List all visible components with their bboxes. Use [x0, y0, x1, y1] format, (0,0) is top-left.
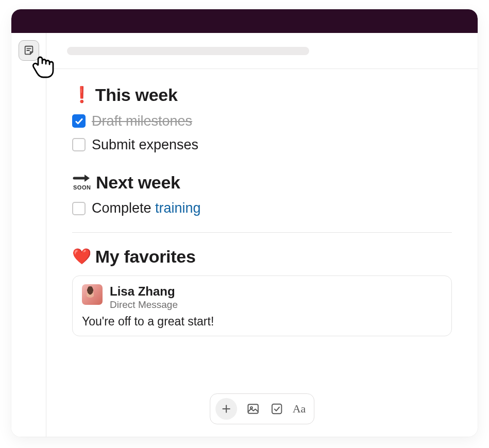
- avatar: [82, 284, 103, 305]
- plus-icon: [221, 404, 231, 414]
- task-checkbox[interactable]: [72, 202, 86, 215]
- canvas-note-button[interactable]: [19, 40, 39, 61]
- training-link[interactable]: training: [155, 200, 201, 216]
- image-button[interactable]: [245, 401, 261, 417]
- task-checkbox[interactable]: [72, 138, 86, 151]
- content-pane: ❗ This week Draft milestones Submit expe…: [46, 33, 478, 437]
- svg-rect-6: [248, 404, 258, 413]
- editor-toolbar: Aa: [210, 393, 315, 424]
- heading-favorites-text: My favorites: [95, 246, 196, 267]
- task-row: Draft milestones: [72, 112, 452, 130]
- svg-rect-8: [272, 404, 281, 413]
- task-text: Draft milestones: [92, 112, 192, 130]
- task-text: Submit expenses: [92, 135, 198, 154]
- message-channel: Direct Message: [110, 299, 178, 311]
- format-text-button[interactable]: Aa: [293, 402, 306, 416]
- note-icon: [23, 45, 35, 56]
- heart-emoji-icon: ❤️: [72, 249, 91, 264]
- task-checkbox[interactable]: [72, 114, 86, 128]
- exclamation-emoji-icon: ❗: [72, 87, 91, 102]
- titlebar: [11, 9, 478, 33]
- main-area: ❗ This week Draft milestones Submit expe…: [11, 33, 478, 437]
- divider: [72, 232, 452, 233]
- document-header: [46, 33, 478, 69]
- checkbox-icon: [270, 402, 283, 416]
- message-head: Lisa Zhang Direct Message: [82, 284, 442, 311]
- heading-this-week-text: This week: [95, 84, 178, 106]
- app-window: ❗ This week Draft milestones Submit expe…: [11, 9, 478, 437]
- title-placeholder[interactable]: [67, 47, 309, 55]
- heading-this-week: ❗ This week: [72, 84, 452, 106]
- heading-favorites: ❤️ My favorites: [72, 246, 452, 267]
- task-text: Complete training: [92, 199, 201, 217]
- message-author: Lisa Zhang: [110, 284, 178, 299]
- add-button[interactable]: [215, 398, 237, 420]
- heading-next-week-text: Next week: [96, 172, 180, 193]
- soon-emoji-icon: SOON: [72, 174, 92, 191]
- image-icon: [246, 402, 260, 416]
- message-body: You're off to a great start!: [82, 315, 442, 329]
- heading-next-week: SOON Next week: [72, 172, 452, 193]
- sidebar-left: [11, 33, 46, 437]
- task-row: Complete training: [72, 199, 452, 217]
- message-card[interactable]: Lisa Zhang Direct Message You're off to …: [72, 275, 452, 337]
- svg-text:SOON: SOON: [73, 184, 91, 191]
- checklist-button[interactable]: [269, 401, 284, 417]
- document-body: ❗ This week Draft milestones Submit expe…: [46, 69, 478, 336]
- task-row: Submit expenses: [72, 135, 452, 154]
